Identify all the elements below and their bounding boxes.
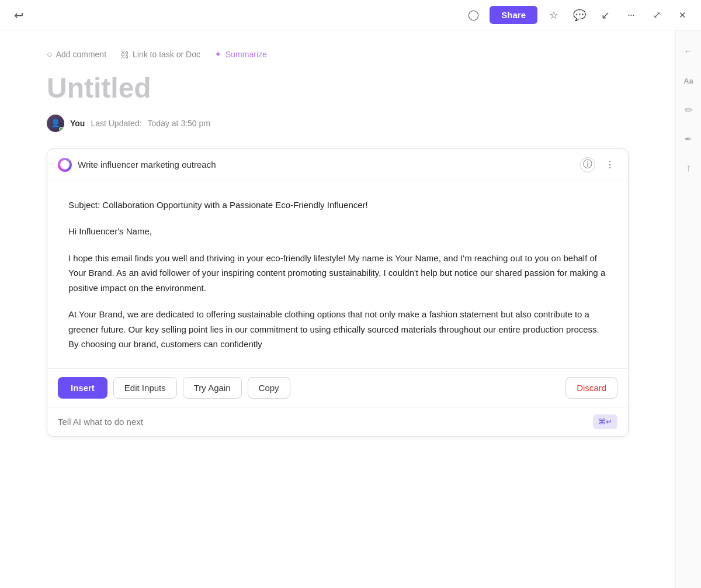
sidebar-pen-icon[interactable]: ✒ — [679, 130, 698, 148]
avatar-online-dot — [59, 127, 64, 132]
share-label: Share — [501, 10, 526, 20]
content-area: ○ Add comment ⛓ Link to task or Doc ✦ Su… — [0, 30, 675, 588]
close-button[interactable]: ✕ — [673, 6, 692, 25]
star-icon: ☆ — [549, 9, 558, 22]
undo-icon: ↩ — [14, 8, 24, 22]
email-para1: I hope this email finds you well and thr… — [68, 251, 607, 296]
download-icon: ↙ — [601, 9, 610, 22]
link-icon: ⛓ — [120, 50, 129, 60]
email-subject: Subject: Collaboration Opportunity with … — [68, 198, 607, 213]
star-button[interactable]: ☆ — [544, 6, 563, 25]
topbar: ↩ ◯ Share ☆ 💬 ↙ ··· ⤢ ✕ — [0, 0, 701, 30]
more-icon: ··· — [627, 9, 634, 21]
expand-icon: ⤢ — [653, 9, 661, 20]
ai-card-title: Write influencer marketing outreach — [78, 160, 216, 170]
share-button[interactable]: Share — [490, 6, 537, 24]
add-comment-icon: ○ — [47, 49, 53, 60]
tell-ai-kbd: ⌘↵ — [593, 414, 617, 429]
ai-card-header: Write influencer marketing outreach ⓘ ⋮ — [47, 149, 628, 181]
ai-card-title-row: Write influencer marketing outreach — [58, 158, 216, 172]
summarize-button[interactable]: ✦ Summarize — [214, 49, 267, 60]
sidebar-aa-icon[interactable]: Aa — [679, 71, 698, 90]
comment-button[interactable]: 💬 — [570, 6, 589, 25]
doc-title[interactable]: Untitled — [47, 71, 629, 105]
edit-inputs-button[interactable]: Edit Inputs — [113, 377, 177, 399]
tag-icon: ◯ — [468, 9, 479, 21]
info-icon-button[interactable]: ⓘ — [580, 157, 595, 172]
close-icon: ✕ — [679, 10, 686, 20]
ai-content: Subject: Collaboration Opportunity with … — [47, 181, 628, 368]
more-options-button[interactable]: ⋮ — [602, 157, 617, 172]
right-sidebar: ← Aa ✏ ✒ ↑ — [675, 30, 701, 588]
email-greeting: Hi Influencer's Name, — [68, 224, 607, 239]
topbar-right: ◯ Share ☆ 💬 ↙ ··· ⤢ ✕ — [464, 6, 692, 25]
copy-button[interactable]: Copy — [248, 377, 290, 399]
add-comment-label: Add comment — [56, 50, 106, 59]
comment-icon: 💬 — [573, 9, 586, 22]
last-updated-label: Last Updated: — [91, 119, 141, 128]
action-bar-right: Discard — [565, 377, 617, 399]
more-button[interactable]: ··· — [622, 6, 640, 25]
undo-button[interactable]: ↩ — [9, 6, 28, 25]
author-name: You — [70, 119, 85, 128]
add-comment-button[interactable]: ○ Add comment — [47, 49, 106, 60]
expand-button[interactable]: ⤢ — [647, 6, 666, 25]
tell-ai-input[interactable] — [58, 417, 588, 427]
ai-card: Write influencer marketing outreach ⓘ ⋮ … — [47, 148, 629, 437]
sidebar-edit-icon[interactable]: ✏ — [679, 101, 698, 119]
topbar-left: ↩ — [9, 6, 28, 25]
main-layout: ○ Add comment ⛓ Link to task or Doc ✦ Su… — [0, 30, 701, 588]
download-button[interactable]: ↙ — [596, 6, 615, 25]
tag-button[interactable]: ◯ — [464, 6, 483, 25]
kbd-symbol: ⌘↵ — [598, 417, 612, 426]
author-row: 👤 You Last Updated: Today at 3:50 pm — [47, 115, 629, 132]
avatar: 👤 — [47, 115, 64, 132]
link-task-button[interactable]: ⛓ Link to task or Doc — [120, 50, 200, 60]
last-updated-value: Today at 3:50 pm — [148, 119, 210, 128]
insert-button[interactable]: Insert — [58, 377, 107, 399]
sidebar-arrow-left-icon[interactable]: ← — [679, 42, 698, 61]
summarize-label: Summarize — [225, 50, 267, 59]
doc-actions: ○ Add comment ⛓ Link to task or Doc ✦ Su… — [47, 49, 629, 60]
sparkle-icon: ✦ — [214, 49, 222, 60]
email-para2: At Your Brand, we are dedicated to offer… — [68, 307, 607, 352]
try-again-button[interactable]: Try Again — [183, 377, 242, 399]
ai-logo-icon — [58, 158, 72, 172]
sidebar-upload-icon[interactable]: ↑ — [679, 159, 698, 178]
action-bar: Insert Edit Inputs Try Again Copy Discar… — [47, 368, 628, 407]
tell-ai-row: ⌘↵ — [47, 407, 628, 436]
ai-card-icons: ⓘ ⋮ — [580, 157, 617, 172]
discard-button[interactable]: Discard — [565, 377, 617, 399]
link-task-label: Link to task or Doc — [133, 50, 200, 59]
